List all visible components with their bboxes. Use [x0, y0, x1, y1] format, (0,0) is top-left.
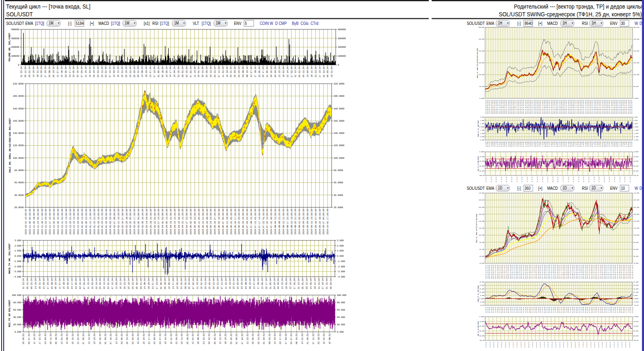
svg-text:2024-09-09 08:00:00: 2024-09-09 08:00:00	[617, 265, 618, 279]
svg-text:14 10:04: 14 10:04	[32, 66, 35, 77]
svg-text:13 22:00: 13 22:00	[631, 142, 633, 147]
svg-text:17 18:34: 17 18:34	[254, 66, 257, 77]
svg-text:29 13:34: 29 13:34	[103, 278, 106, 289]
svg-text:27 02:04: 27 02:04	[290, 66, 293, 77]
svg-text:19 00:00: 19 00:00	[623, 307, 624, 313]
svg-text:31 23:00: 31 23:00	[486, 142, 487, 147]
svg-text:14 00:04: 14 00:04	[306, 66, 309, 77]
svg-text:2024-08-17 22:30:00: 2024-08-17 22:30:00	[286, 209, 289, 235]
svg-text:27 19:04: 27 19:04	[156, 278, 158, 289]
svg-text:10 05:34: 10 05:34	[165, 66, 168, 77]
svg-text:180.0000: 180.0000	[334, 107, 344, 110]
svg-text:18 09:00: 18 09:00	[551, 142, 552, 147]
svg-text:20 14:34: 20 14:34	[95, 278, 98, 289]
svg-text:160.0000: 160.0000	[334, 120, 344, 122]
svg-text:25 00:00: 25 00:00	[611, 307, 613, 313]
svg-text:01 20:52: 01 20:52	[263, 333, 265, 344]
svg-text:27 20:34: 27 20:34	[47, 278, 49, 289]
svg-text:11 22:34: 11 22:34	[222, 66, 225, 77]
svg-text:80.0000: 80.0000	[334, 169, 343, 172]
svg-text:24 16:00: 24 16:00	[518, 142, 519, 147]
svg-text:15 23:00: 15 23:00	[527, 142, 528, 147]
svg-text:0: 0	[18, 64, 19, 67]
svg-text:26 13:52: 26 13:52	[257, 333, 260, 344]
svg-text:16 23:00: 16 23:00	[609, 142, 610, 147]
svg-text:26 00:00: 26 00:00	[512, 307, 513, 313]
svg-text:27 10:34: 27 10:34	[319, 66, 321, 77]
svg-text:140,000: 140,000	[479, 220, 484, 222]
svg-text:15,000: 15,000	[633, 288, 638, 290]
svg-text:14 21:52: 14 21:52	[301, 333, 304, 344]
svg-text:MACD_TV 1M, SOL/USDT: MACD_TV 1M, SOL/USDT	[8, 243, 11, 274]
svg-text:200,000: 200,000	[479, 199, 484, 201]
svg-text:2023-11-09 18:00:00: 2023-11-09 18:00:00	[489, 265, 490, 279]
svg-text:06 05:52: 06 05:52	[214, 333, 216, 344]
svg-text:2024-08-13 11:00:00: 2024-08-13 11:00:00	[606, 265, 607, 279]
svg-text:100,000: 100,000	[633, 234, 639, 236]
svg-text:2024-09-09 08:00:00: 2024-09-09 08:00:00	[606, 100, 607, 114]
svg-text:02 23:34: 02 23:34	[214, 66, 216, 77]
svg-text:2023-12-15 14:00:00: 2023-12-15 14:00:00	[504, 265, 506, 279]
svg-text:27 02:00: 27 02:00	[624, 142, 626, 147]
svg-text:2024-01-02 12:00:00: 2024-01-02 12:00:00	[512, 265, 513, 279]
svg-text:23 16:04: 23 16:04	[180, 278, 183, 289]
svg-text:22 15:00: 22 15:00	[540, 142, 541, 147]
svg-text:2024-03-09 16:30:00: 2024-03-09 16:30:00	[540, 265, 541, 279]
svg-text:2023-12-02 03:30:00: 2023-12-02 03:30:00	[497, 100, 499, 114]
svg-text:2024-04-01 02:00:00: 2024-04-01 02:00:00	[549, 265, 550, 279]
svg-text:2024-06-02 19:00:00: 2024-06-02 19:00:00	[576, 265, 577, 279]
svg-text:24 00:00: 24 00:00	[596, 307, 597, 313]
svg-text:-4.000: -4.000	[13, 275, 21, 278]
svg-text:1.000: 1.000	[337, 249, 344, 252]
svg-text:2024-05-06 22:00:00: 2024-05-06 22:00:00	[564, 265, 566, 279]
svg-text:15 00:00: 15 00:00	[505, 342, 506, 348]
svg-text:2024-10-15 04:00:00: 2024-10-15 04:00:00	[619, 100, 621, 114]
svg-text:13 00:00: 13 00:00	[563, 307, 564, 313]
svg-text:18 21:34: 18 21:34	[38, 278, 41, 289]
svg-text:11 00:00: 11 00:00	[555, 342, 557, 348]
svg-text:2023-11-09 18:00:00: 2023-11-09 18:00:00	[489, 100, 490, 114]
svg-text:25 09:04: 25 09:04	[236, 278, 239, 289]
svg-text:2023-11-18 17:00:00: 2023-11-18 17:00:00	[493, 265, 494, 279]
svg-text:08 00:00: 08 00:00	[632, 307, 633, 313]
svg-text:31 23:00: 31 23:00	[486, 177, 487, 182]
svg-text:2023-12-20 01:30:00: 2023-12-20 01:30:00	[506, 265, 508, 279]
svg-text:2024-01-15 22:30:00: 2024-01-15 22:30:00	[517, 265, 519, 279]
svg-text:2024-02-25 06:00:00: 2024-02-25 06:00:00	[530, 100, 531, 114]
svg-text:2024-05-24 20:00:00: 2024-05-24 20:00:00	[564, 100, 566, 114]
svg-text:08 00:00: 08 00:00	[517, 307, 519, 313]
svg-text:25 00:34: 25 00:34	[208, 278, 211, 289]
svg-text:16 11:34: 16 11:34	[117, 66, 120, 77]
svg-text:2024-08-26 21:30:00: 2024-08-26 21:30:00	[294, 209, 297, 235]
svg-text:26 13:52: 26 13:52	[126, 333, 129, 344]
svg-text:100,00: 100,00	[479, 340, 484, 341]
svg-text:2024-07-22 01:30:00: 2024-07-22 01:30:00	[262, 209, 265, 235]
svg-text:11 23:00: 11 23:00	[527, 177, 528, 182]
svg-text:23 09:04: 23 09:04	[42, 278, 45, 289]
svg-text:-1.000: -1.000	[13, 260, 21, 263]
svg-text:40,000: 40,000	[479, 325, 484, 327]
svg-text:2024-08-26 21:30:00: 2024-08-26 21:30:00	[611, 265, 613, 279]
svg-text:200.0000: 200.0000	[334, 95, 344, 98]
svg-text:2024-06-25 04:30:00: 2024-06-25 04:30:00	[577, 100, 578, 114]
svg-text:5,000: 5,000	[633, 295, 637, 296]
svg-text:6,000: 6,000	[633, 116, 637, 118]
svg-text:2024-07-22 01:30:00: 2024-07-22 01:30:00	[587, 100, 588, 114]
svg-text:26 17:34: 26 17:34	[262, 66, 265, 77]
svg-text:26 00:00: 26 00:00	[536, 342, 537, 348]
svg-text:16 23:00: 16 23:00	[599, 177, 600, 182]
svg-text:13 07:04: 13 07:04	[250, 66, 253, 77]
svg-text:80,000: 80,000	[633, 170, 638, 172]
svg-text:2024-06-02 19:00:00: 2024-06-02 19:00:00	[568, 100, 569, 114]
svg-text:31 05:04: 31 05:04	[269, 278, 272, 289]
svg-text:11 12:00: 11 12:00	[525, 142, 526, 147]
svg-text:05 18:04: 05 18:04	[161, 66, 164, 77]
svg-text:03 00:00: 03 00:00	[615, 307, 616, 313]
svg-text:04 00:00: 04 00:00	[540, 342, 541, 348]
svg-text:07 23:00: 07 23:00	[542, 177, 544, 182]
svg-text:40.0000: 40.0000	[14, 194, 24, 197]
svg-text:07 04:04: 07 04:04	[80, 66, 83, 77]
svg-text:02 00:00: 02 00:00	[552, 342, 553, 348]
svg-text:06 00:00: 06 00:00	[606, 342, 607, 348]
svg-text:2024-07-31 00:30:00: 2024-07-31 00:30:00	[270, 209, 273, 235]
